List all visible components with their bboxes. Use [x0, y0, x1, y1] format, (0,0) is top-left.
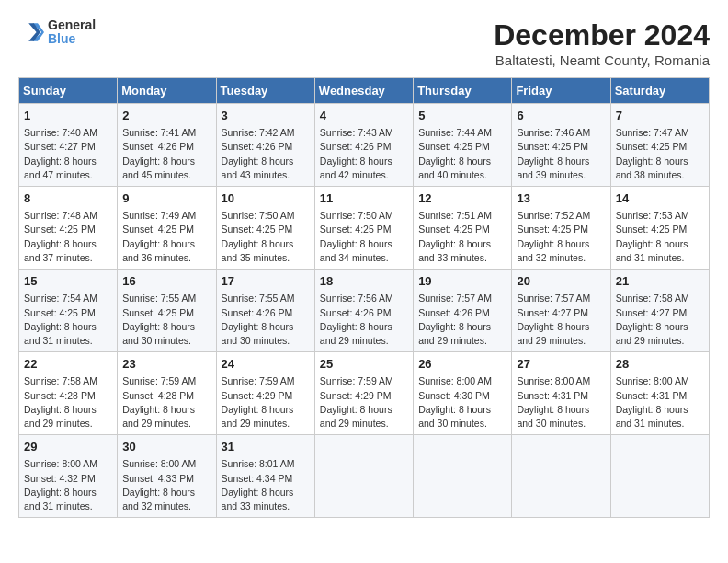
calendar-cell: 11Sunrise: 7:50 AMSunset: 4:25 PMDayligh…: [314, 187, 413, 270]
day-info: Sunrise: 7:46 AMSunset: 4:25 PMDaylight:…: [517, 126, 605, 182]
calendar-cell: [512, 435, 610, 518]
day-number: 31: [222, 439, 310, 455]
page-title: December 2024: [494, 18, 710, 52]
calendar-cell: 14Sunrise: 7:53 AMSunset: 4:25 PMDayligh…: [610, 187, 709, 270]
day-info: Sunrise: 8:00 AMSunset: 4:31 PMDaylight:…: [616, 374, 704, 431]
page-header: General Blue December 2024 Baltatesti, N…: [18, 18, 710, 68]
day-number: 9: [122, 190, 210, 207]
day-info: Sunrise: 7:59 AMSunset: 4:28 PMDaylight:…: [122, 374, 210, 431]
calendar-week-row: 22Sunrise: 7:58 AMSunset: 4:28 PMDayligh…: [19, 352, 710, 435]
day-info: Sunrise: 7:58 AMSunset: 4:27 PMDaylight:…: [616, 292, 704, 348]
day-number: 16: [122, 273, 210, 290]
day-info: Sunrise: 7:50 AMSunset: 4:25 PMDaylight:…: [222, 209, 310, 265]
day-info: Sunrise: 7:41 AMSunset: 4:26 PMDaylight:…: [122, 126, 210, 182]
calendar-cell: 3Sunrise: 7:42 AMSunset: 4:26 PMDaylight…: [216, 104, 314, 187]
calendar-cell: [314, 435, 413, 518]
day-number: 21: [616, 273, 704, 290]
day-info: Sunrise: 7:40 AMSunset: 4:27 PMDaylight:…: [24, 126, 112, 182]
day-info: Sunrise: 7:57 AMSunset: 4:26 PMDaylight:…: [418, 292, 506, 348]
day-info: Sunrise: 7:47 AMSunset: 4:25 PMDaylight:…: [616, 126, 704, 182]
calendar-cell: 5Sunrise: 7:44 AMSunset: 4:25 PMDaylight…: [414, 104, 512, 187]
day-info: Sunrise: 8:00 AMSunset: 4:33 PMDaylight:…: [122, 457, 210, 513]
day-number: 20: [517, 273, 605, 290]
day-number: 15: [24, 273, 112, 290]
day-info: Sunrise: 8:00 AMSunset: 4:31 PMDaylight:…: [517, 374, 605, 431]
calendar-cell: 6Sunrise: 7:46 AMSunset: 4:25 PMDaylight…: [512, 104, 610, 187]
calendar-cell: 19Sunrise: 7:57 AMSunset: 4:26 PMDayligh…: [414, 270, 512, 352]
calendar-cell: 26Sunrise: 8:00 AMSunset: 4:30 PMDayligh…: [414, 352, 512, 435]
calendar-cell: 18Sunrise: 7:56 AMSunset: 4:26 PMDayligh…: [314, 270, 413, 352]
day-info: Sunrise: 7:53 AMSunset: 4:25 PMDaylight:…: [616, 209, 704, 265]
calendar-cell: 23Sunrise: 7:59 AMSunset: 4:28 PMDayligh…: [118, 352, 216, 435]
calendar-cell: 10Sunrise: 7:50 AMSunset: 4:25 PMDayligh…: [216, 187, 314, 270]
calendar-week-row: 8Sunrise: 7:48 AMSunset: 4:25 PMDaylight…: [19, 187, 710, 270]
calendar-cell: 7Sunrise: 7:47 AMSunset: 4:25 PMDaylight…: [610, 104, 709, 187]
day-number: 22: [24, 356, 112, 373]
day-number: 5: [418, 108, 506, 124]
day-number: 14: [616, 190, 704, 207]
day-info: Sunrise: 8:00 AMSunset: 4:30 PMDaylight:…: [418, 374, 506, 431]
calendar-cell: [414, 435, 512, 518]
day-info: Sunrise: 7:59 AMSunset: 4:29 PMDaylight:…: [222, 374, 310, 431]
logo: General Blue: [18, 18, 96, 47]
calendar-cell: 31Sunrise: 8:01 AMSunset: 4:34 PMDayligh…: [216, 435, 314, 518]
day-info: Sunrise: 7:56 AMSunset: 4:26 PMDaylight:…: [320, 292, 408, 348]
day-info: Sunrise: 7:58 AMSunset: 4:28 PMDaylight:…: [24, 374, 112, 431]
calendar-cell: 27Sunrise: 8:00 AMSunset: 4:31 PMDayligh…: [512, 352, 610, 435]
calendar-table: SundayMondayTuesdayWednesdayThursdayFrid…: [18, 77, 710, 518]
day-info: Sunrise: 7:42 AMSunset: 4:26 PMDaylight:…: [222, 126, 310, 182]
day-info: Sunrise: 8:00 AMSunset: 4:32 PMDaylight:…: [24, 457, 112, 513]
day-info: Sunrise: 7:54 AMSunset: 4:25 PMDaylight:…: [24, 292, 112, 348]
day-number: 26: [418, 356, 506, 373]
calendar-cell: 16Sunrise: 7:55 AMSunset: 4:25 PMDayligh…: [118, 270, 216, 352]
calendar-cell: 9Sunrise: 7:49 AMSunset: 4:25 PMDaylight…: [118, 187, 216, 270]
day-info: Sunrise: 7:48 AMSunset: 4:25 PMDaylight:…: [24, 209, 112, 265]
calendar-week-row: 29Sunrise: 8:00 AMSunset: 4:32 PMDayligh…: [19, 435, 710, 518]
day-info: Sunrise: 7:55 AMSunset: 4:26 PMDaylight:…: [222, 292, 310, 348]
day-number: 4: [320, 108, 408, 124]
calendar-cell: 29Sunrise: 8:00 AMSunset: 4:32 PMDayligh…: [19, 435, 118, 518]
day-number: 3: [222, 108, 310, 124]
calendar-cell: 8Sunrise: 7:48 AMSunset: 4:25 PMDaylight…: [19, 187, 118, 270]
day-number: 7: [616, 108, 704, 124]
day-info: Sunrise: 7:43 AMSunset: 4:26 PMDaylight:…: [320, 126, 408, 182]
day-number: 8: [24, 190, 112, 207]
calendar-cell: 20Sunrise: 7:57 AMSunset: 4:27 PMDayligh…: [512, 270, 610, 352]
day-number: 13: [517, 190, 605, 207]
day-info: Sunrise: 7:57 AMSunset: 4:27 PMDaylight:…: [517, 292, 605, 348]
calendar-cell: 30Sunrise: 8:00 AMSunset: 4:33 PMDayligh…: [118, 435, 216, 518]
weekday-header-thursday: Thursday: [414, 78, 512, 104]
day-number: 19: [418, 273, 506, 290]
calendar-cell: 2Sunrise: 7:41 AMSunset: 4:26 PMDaylight…: [118, 104, 216, 187]
calendar-cell: 17Sunrise: 7:55 AMSunset: 4:26 PMDayligh…: [216, 270, 314, 352]
weekday-header-wednesday: Wednesday: [314, 78, 413, 104]
day-info: Sunrise: 7:59 AMSunset: 4:29 PMDaylight:…: [320, 374, 408, 431]
calendar-cell: 12Sunrise: 7:51 AMSunset: 4:25 PMDayligh…: [414, 187, 512, 270]
day-info: Sunrise: 7:51 AMSunset: 4:25 PMDaylight:…: [418, 209, 506, 265]
day-info: Sunrise: 7:50 AMSunset: 4:25 PMDaylight:…: [320, 209, 408, 265]
logo-text: General Blue: [48, 18, 96, 47]
day-number: 11: [320, 190, 408, 207]
day-number: 1: [24, 108, 112, 124]
weekday-header-monday: Monday: [118, 78, 216, 104]
day-number: 23: [122, 356, 210, 373]
day-number: 10: [222, 190, 310, 207]
calendar-cell: 4Sunrise: 7:43 AMSunset: 4:26 PMDaylight…: [314, 104, 413, 187]
day-number: 17: [222, 273, 310, 290]
weekday-header-saturday: Saturday: [610, 78, 709, 104]
day-number: 12: [418, 190, 506, 207]
weekday-header-friday: Friday: [512, 78, 610, 104]
day-number: 30: [122, 439, 210, 455]
day-number: 24: [222, 356, 310, 373]
calendar-cell: 24Sunrise: 7:59 AMSunset: 4:29 PMDayligh…: [216, 352, 314, 435]
calendar-cell: 25Sunrise: 7:59 AMSunset: 4:29 PMDayligh…: [314, 352, 413, 435]
weekday-header-sunday: Sunday: [19, 78, 118, 104]
day-number: 25: [320, 356, 408, 373]
day-number: 2: [122, 108, 210, 124]
day-number: 29: [24, 439, 112, 455]
calendar-cell: 21Sunrise: 7:58 AMSunset: 4:27 PMDayligh…: [610, 270, 709, 352]
weekday-header-tuesday: Tuesday: [216, 78, 314, 104]
day-info: Sunrise: 7:49 AMSunset: 4:25 PMDaylight:…: [122, 209, 210, 265]
calendar-cell: 28Sunrise: 8:00 AMSunset: 4:31 PMDayligh…: [610, 352, 709, 435]
calendar-week-row: 15Sunrise: 7:54 AMSunset: 4:25 PMDayligh…: [19, 270, 710, 352]
